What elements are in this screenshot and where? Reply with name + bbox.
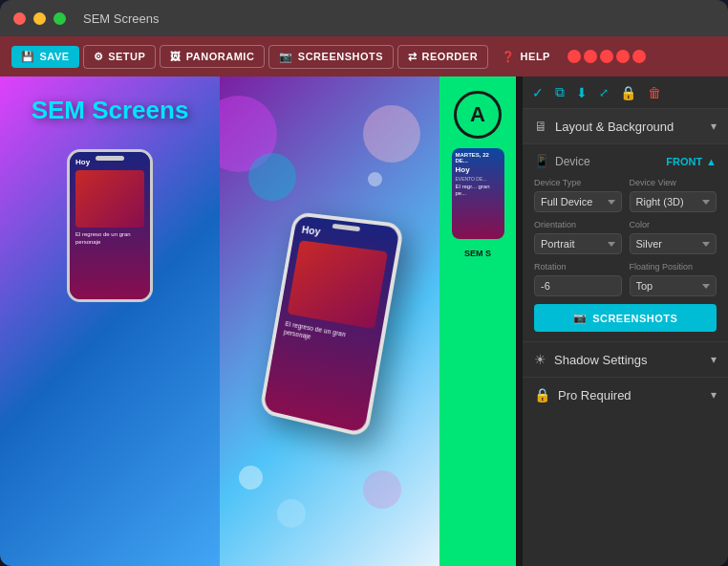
trash-icon[interactable]: 🗑 bbox=[648, 85, 661, 100]
layout-chevron: ▾ bbox=[711, 120, 717, 133]
device-type-view-row: Device Type Full Device Naked Device No … bbox=[534, 178, 717, 212]
color-label: Color bbox=[630, 220, 717, 229]
right-panel: ✓ ⧉ ⬇ ⤢ 🔒 🗑 🖥 Layout & Background ▾ bbox=[523, 76, 728, 566]
camera-icon: 📷 bbox=[573, 312, 588, 324]
rotation-floating-row: Rotation Floating Position Top Center Bo… bbox=[534, 262, 717, 296]
device-header-left: 📱 Device bbox=[534, 154, 590, 168]
setup-button[interactable]: ⚙ SETUP bbox=[83, 45, 157, 69]
reorder-icon: ⇄ bbox=[408, 51, 418, 63]
slide3-hoy-big: Hoy bbox=[456, 165, 501, 174]
fullscreen-button[interactable] bbox=[54, 12, 66, 25]
orientation-color-row: Orientation Portrait Landscape Color Sil… bbox=[534, 220, 717, 254]
bokeh-5 bbox=[277, 499, 306, 528]
orientation-label: Orientation bbox=[534, 220, 622, 229]
slide-1-title: SEM Screens bbox=[32, 96, 189, 125]
slide3-caption: El regr... gran pe... bbox=[456, 184, 501, 197]
bokeh-7 bbox=[368, 172, 382, 186]
panoramic-icon: 🖼 bbox=[170, 51, 182, 62]
toolbar: 💾 SAVE ⚙ SETUP 🖼 PANORAMIC 📷 SCREENSHOTS… bbox=[0, 36, 728, 76]
app-title: SEM Screens bbox=[83, 11, 159, 26]
slide-2[interactable]: Hoy El regreso de un gran personaje bbox=[220, 76, 439, 566]
pro-dot-2 bbox=[584, 50, 597, 63]
device-type-label: Device Type bbox=[534, 178, 622, 187]
slide3-hoy: MARTES, 22 DE... bbox=[456, 152, 501, 163]
device-position-text: FRONT bbox=[666, 156, 702, 167]
screenshots-button[interactable]: 📷 SCREENSHOTS bbox=[268, 45, 394, 69]
panel-icon-toolbar: ✓ ⧉ ⬇ ⤢ 🔒 🗑 bbox=[523, 76, 728, 109]
shadow-header[interactable]: ☀ Shadow Settings ▾ bbox=[534, 352, 717, 367]
phone-content-image bbox=[75, 170, 144, 228]
shadow-chevron: ▾ bbox=[711, 353, 717, 366]
color-select[interactable]: Silver Black Gold Rose Gold bbox=[630, 233, 717, 254]
screenshots-action-button[interactable]: 📷 SCREENSHOTS bbox=[534, 304, 717, 332]
close-button[interactable] bbox=[13, 12, 26, 25]
phone-screen-large: Hoy El regreso de un gran personaje bbox=[263, 215, 399, 433]
sun-icon: ☀ bbox=[534, 352, 546, 367]
save-button[interactable]: 💾 SAVE bbox=[11, 46, 79, 68]
device-chevron-up: ▲ bbox=[706, 156, 717, 167]
floating-position-label: Floating Position bbox=[630, 262, 717, 272]
slide-3-phone: MARTES, 22 DE... Hoy EVENTO DE... El reg… bbox=[452, 148, 504, 239]
device-view-label: Device View bbox=[630, 178, 717, 187]
help-button[interactable]: ❓ HELP bbox=[492, 46, 560, 68]
screenshots-icon: 📷 bbox=[279, 51, 293, 63]
color-group: Color Silver Black Gold Rose Gold bbox=[630, 220, 717, 254]
pro-dot-1 bbox=[567, 50, 581, 63]
slide-3[interactable]: A MARTES, 22 DE... Hoy EVENTO DE... El r… bbox=[439, 76, 516, 566]
pro-dot-4 bbox=[616, 50, 630, 63]
gear-icon: ⚙ bbox=[94, 51, 104, 63]
orientation-group: Orientation Portrait Landscape bbox=[534, 220, 622, 254]
floating-position-group: Floating Position Top Center Bottom bbox=[630, 262, 717, 296]
floating-position-select[interactable]: Top Center Bottom bbox=[630, 275, 717, 296]
panoramic-button[interactable]: 🖼 PANORAMIC bbox=[160, 45, 265, 68]
lock-icon-btn[interactable]: 🔒 bbox=[620, 85, 636, 100]
device-view-select[interactable]: Right (3D) Front Left (3D) Back bbox=[630, 191, 717, 212]
canvas-area: SEM Screens Hoy El regreso de un gran pe… bbox=[0, 76, 523, 566]
device-header: 📱 Device FRONT ▲ bbox=[534, 154, 717, 168]
bokeh-6 bbox=[239, 466, 263, 490]
pro-label: Pro Required bbox=[558, 388, 632, 403]
mac-window: SEM Screens 💾 SAVE ⚙ SETUP 🖼 PANORAMIC 📷… bbox=[0, 0, 728, 566]
reorder-button[interactable]: ⇄ REORDER bbox=[397, 45, 488, 69]
phone-mockup-small: Hoy El regreso de un gran personaje bbox=[67, 149, 153, 302]
save-icon: 💾 bbox=[21, 51, 35, 63]
pro-dot-5 bbox=[632, 50, 646, 63]
pro-indicator bbox=[567, 50, 646, 63]
layout-header-left: 🖥 Layout & Background bbox=[534, 119, 674, 134]
pro-lock-icon: 🔒 bbox=[534, 387, 550, 403]
slide-3-phone-screen: MARTES, 22 DE... Hoy EVENTO DE... El reg… bbox=[452, 148, 504, 239]
pro-header[interactable]: 🔒 Pro Required ▾ bbox=[534, 387, 717, 403]
check-icon[interactable]: ✓ bbox=[532, 85, 544, 100]
bokeh-2 bbox=[248, 153, 296, 201]
help-icon: ❓ bbox=[502, 51, 516, 63]
copy-icon[interactable]: ⧉ bbox=[555, 84, 565, 100]
pro-dot-3 bbox=[600, 50, 613, 63]
slide-1[interactable]: SEM Screens Hoy El regreso de un gran pe… bbox=[0, 76, 220, 566]
main-content: SEM Screens Hoy El regreso de un gran pe… bbox=[0, 76, 728, 566]
minimize-button[interactable] bbox=[33, 12, 46, 25]
pro-left: 🔒 Pro Required bbox=[534, 387, 632, 403]
monitor-icon: 🖥 bbox=[534, 119, 547, 134]
device-section: 📱 Device FRONT ▲ Device Type Full Device bbox=[523, 144, 728, 342]
shadow-settings-section: ☀ Shadow Settings ▾ bbox=[523, 342, 728, 378]
phone-notch bbox=[96, 156, 124, 161]
orientation-select[interactable]: Portrait Landscape bbox=[534, 233, 622, 254]
download-icon[interactable]: ⬇ bbox=[576, 85, 588, 100]
phone-caption: El regreso de un gran personaje bbox=[75, 231, 144, 247]
rotation-group: Rotation bbox=[534, 262, 622, 296]
bokeh-3 bbox=[363, 105, 420, 163]
shadow-left: ☀ Shadow Settings bbox=[534, 352, 648, 367]
rotation-input[interactable] bbox=[534, 275, 622, 296]
device-view-group: Device View Right (3D) Front Left (3D) B… bbox=[630, 178, 717, 212]
bokeh-4 bbox=[363, 470, 401, 509]
device-type-select[interactable]: Full Device Naked Device No Device bbox=[534, 191, 622, 212]
slide3-event: EVENTO DE... bbox=[456, 176, 501, 182]
slide3-bottom-text: SEM S bbox=[464, 249, 491, 258]
phone-mockup-large: Hoy El regreso de un gran personaje bbox=[259, 211, 404, 438]
resize-icon[interactable]: ⤢ bbox=[599, 86, 609, 99]
device-front[interactable]: FRONT ▲ bbox=[666, 156, 717, 167]
rotation-label: Rotation bbox=[534, 262, 622, 272]
phone-screen-small: Hoy El regreso de un gran personaje bbox=[70, 152, 150, 299]
pro-chevron: ▾ bbox=[711, 388, 717, 402]
layout-background-section[interactable]: 🖥 Layout & Background ▾ bbox=[523, 109, 728, 144]
